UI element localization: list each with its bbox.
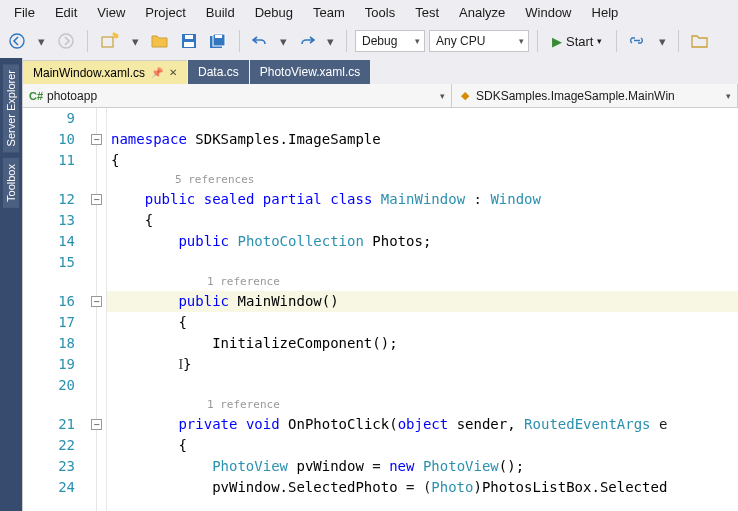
- nav-type-dropdown[interactable]: ◆ SDKSamples.ImageSample.MainWin: [452, 84, 738, 107]
- folder-icon: [691, 33, 709, 49]
- line-number: 15: [23, 252, 75, 273]
- toolbar-separator: [239, 30, 240, 52]
- code-line[interactable]: {: [107, 312, 738, 333]
- line-number: 22: [23, 435, 75, 456]
- solution-config-dropdown[interactable]: Debug: [355, 30, 425, 52]
- menu-file[interactable]: File: [4, 3, 45, 22]
- document-tab-label: PhotoView.xaml.cs: [260, 65, 361, 79]
- svg-rect-9: [215, 35, 222, 38]
- outline-toggle[interactable]: −: [91, 134, 102, 145]
- menu-debug[interactable]: Debug: [245, 3, 303, 22]
- new-project-dropdown[interactable]: ▾: [128, 29, 143, 53]
- side-tab-well: Server Explorer Toolbox: [0, 58, 22, 511]
- codelens-references[interactable]: 5 references: [107, 171, 738, 189]
- code-line[interactable]: [107, 252, 738, 273]
- code-line[interactable]: public PhotoCollection Photos;: [107, 231, 738, 252]
- svg-rect-6: [184, 42, 194, 47]
- redo-button[interactable]: [295, 29, 319, 53]
- document-tab[interactable]: MainWindow.xaml.cs📌✕: [23, 60, 187, 84]
- pin-icon[interactable]: 📌: [151, 67, 163, 78]
- solution-platform-dropdown[interactable]: Any CPU: [429, 30, 529, 52]
- menu-edit[interactable]: Edit: [45, 3, 87, 22]
- code-line[interactable]: {: [107, 150, 738, 171]
- line-number: 18: [23, 333, 75, 354]
- play-icon: ▶: [552, 34, 562, 49]
- code-content[interactable]: namespace SDKSamples.ImageSample{5 refer…: [107, 108, 738, 511]
- code-line[interactable]: {: [107, 210, 738, 231]
- line-number-gutter: 9101112131415161718192021222324: [23, 108, 87, 511]
- nav-back-icon: [8, 32, 26, 50]
- editor: MainWindow.xaml.cs📌✕Data.csPhotoView.xam…: [22, 58, 738, 511]
- line-number: 10: [23, 129, 75, 150]
- outlining-margin[interactable]: −−−−: [87, 108, 107, 511]
- open-file-button[interactable]: [147, 29, 173, 53]
- nav-forward-icon: [57, 32, 75, 50]
- nav-project-dropdown[interactable]: C# photoapp: [23, 84, 452, 107]
- find-in-files-button[interactable]: [687, 29, 713, 53]
- line-number: 9: [23, 108, 75, 129]
- document-tab[interactable]: PhotoView.xaml.cs: [250, 60, 371, 84]
- menu-project[interactable]: Project: [135, 3, 195, 22]
- line-number: 24: [23, 477, 75, 498]
- code-line[interactable]: [107, 108, 738, 129]
- code-editor[interactable]: 9101112131415161718192021222324 −−−− nam…: [23, 108, 738, 511]
- document-tab[interactable]: Data.cs: [188, 60, 249, 84]
- toolbox-tab[interactable]: Toolbox: [3, 158, 19, 208]
- menu-build[interactable]: Build: [196, 3, 245, 22]
- menu-view[interactable]: View: [87, 3, 135, 22]
- start-label: Start: [566, 34, 593, 49]
- save-icon: [181, 33, 197, 49]
- line-number: 16: [23, 291, 75, 312]
- code-line[interactable]: InitializeComponent();: [107, 333, 738, 354]
- new-project-button[interactable]: [96, 29, 124, 53]
- code-line[interactable]: pvWindow.SelectedPhoto = (Photo)PhotosLi…: [107, 477, 738, 498]
- toolbar-separator: [537, 30, 538, 52]
- code-line[interactable]: public sealed partial class MainWindow :…: [107, 189, 738, 210]
- nav-back-dropdown[interactable]: ▾: [34, 29, 49, 53]
- line-number: 19: [23, 354, 75, 375]
- outline-toggle[interactable]: −: [91, 296, 102, 307]
- outline-toggle[interactable]: −: [91, 194, 102, 205]
- svg-rect-5: [185, 35, 193, 39]
- line-number: 17: [23, 312, 75, 333]
- save-button[interactable]: [177, 29, 201, 53]
- codelens-references[interactable]: 1 reference: [107, 273, 738, 291]
- server-explorer-tab[interactable]: Server Explorer: [3, 64, 19, 152]
- code-line[interactable]: I}: [107, 354, 738, 375]
- toolbar-separator: [87, 30, 88, 52]
- menu-test[interactable]: Test: [405, 3, 449, 22]
- undo-icon: [252, 34, 268, 48]
- close-icon[interactable]: ✕: [169, 67, 177, 78]
- browser-link-dropdown[interactable]: ▾: [655, 29, 670, 53]
- navigation-bar: C# photoapp ◆ SDKSamples.ImageSample.Mai…: [23, 84, 738, 108]
- code-line[interactable]: [107, 375, 738, 396]
- codelens-references[interactable]: 1 reference: [107, 396, 738, 414]
- svg-point-0: [10, 34, 24, 48]
- svg-point-1: [59, 34, 73, 48]
- menu-analyze[interactable]: Analyze: [449, 3, 515, 22]
- menu-help[interactable]: Help: [582, 3, 629, 22]
- code-line[interactable]: PhotoView pvWindow = new PhotoView();: [107, 456, 738, 477]
- browser-link-button[interactable]: [625, 29, 651, 53]
- menu-tools[interactable]: Tools: [355, 3, 405, 22]
- menu-team[interactable]: Team: [303, 3, 355, 22]
- start-debug-button[interactable]: ▶ Start ▾: [546, 29, 608, 53]
- undo-button[interactable]: [248, 29, 272, 53]
- save-all-button[interactable]: [205, 29, 231, 53]
- toolbar-separator: [616, 30, 617, 52]
- line-number: 11: [23, 150, 75, 171]
- document-tab-label: MainWindow.xaml.cs: [33, 66, 145, 80]
- code-line[interactable]: {: [107, 435, 738, 456]
- code-line[interactable]: public MainWindow(): [107, 291, 738, 312]
- undo-dropdown[interactable]: ▾: [276, 29, 291, 53]
- toolbar-separator: [346, 30, 347, 52]
- nav-project-value: photoapp: [47, 89, 97, 103]
- outline-toggle[interactable]: −: [91, 419, 102, 430]
- nav-back-button[interactable]: [4, 29, 30, 53]
- menu-window[interactable]: Window: [515, 3, 581, 22]
- code-line[interactable]: namespace SDKSamples.ImageSample: [107, 129, 738, 150]
- code-line[interactable]: private void OnPhotoClick(object sender,…: [107, 414, 738, 435]
- nav-forward-button[interactable]: [53, 29, 79, 53]
- class-icon: ◆: [458, 89, 472, 103]
- redo-dropdown[interactable]: ▾: [323, 29, 338, 53]
